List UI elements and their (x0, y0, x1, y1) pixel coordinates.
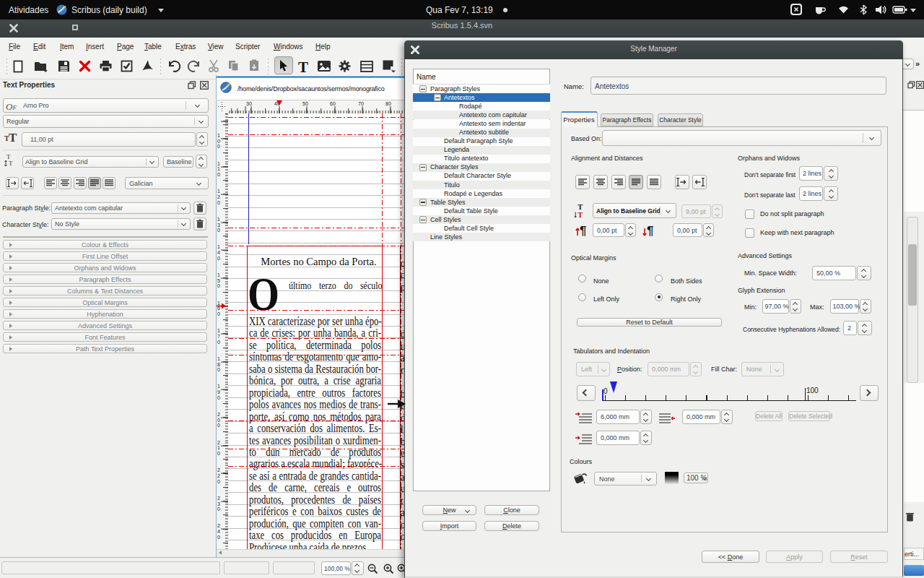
svg-text:T: T (578, 204, 583, 211)
svg-text:T: T (9, 160, 13, 167)
svg-text:¶: ¶ (647, 224, 653, 237)
svg-text:T: T (578, 211, 583, 218)
svg-text:¶: ¶ (580, 224, 586, 237)
